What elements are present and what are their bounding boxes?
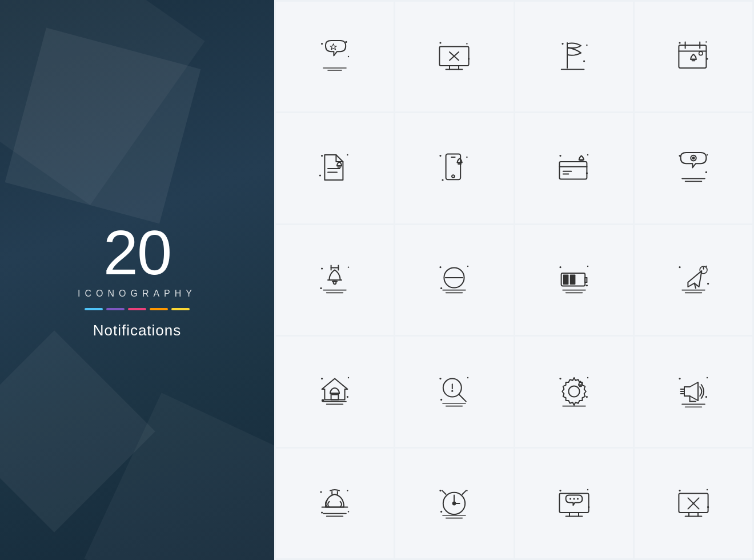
- hanging-bell-icon-cell[interactable]: [276, 225, 394, 335]
- svg-point-16: [583, 61, 585, 62]
- svg-point-125: [705, 396, 707, 398]
- svg-point-92: [707, 283, 709, 285]
- svg-point-134: [347, 490, 348, 491]
- icon-count: 20: [78, 221, 196, 284]
- svg-point-44: [559, 155, 561, 157]
- svg-point-41: [452, 175, 455, 178]
- svg-rect-86: [563, 274, 568, 285]
- page-title: Notifications: [78, 322, 196, 339]
- svg-point-62: [320, 287, 322, 289]
- calendar-bell-icon-cell[interactable]: [635, 2, 752, 111]
- svg-point-119: [568, 386, 579, 397]
- svg-point-55: [705, 171, 707, 173]
- svg-point-68: [334, 281, 336, 284]
- icon-grid: [274, 0, 754, 560]
- gear-bell-icon-cell[interactable]: [515, 337, 633, 446]
- svg-point-158: [569, 498, 571, 499]
- svg-point-15: [586, 45, 587, 46]
- color-bars: [78, 308, 196, 310]
- flag-icon-cell[interactable]: [515, 2, 633, 111]
- svg-point-133: [320, 491, 322, 493]
- left-content: 20 ICONOGRAPHY Notifications: [78, 221, 196, 339]
- svg-point-0: [321, 43, 323, 45]
- svg-line-113: [459, 394, 466, 402]
- svg-point-100: [347, 396, 348, 398]
- svg-rect-39: [446, 154, 461, 179]
- alarm-icon-cell[interactable]: [395, 449, 513, 558]
- svg-point-117: [587, 377, 588, 378]
- svg-point-152: [587, 489, 588, 490]
- svg-point-38: [442, 179, 444, 181]
- svg-point-142: [440, 490, 442, 491]
- svg-point-116: [559, 378, 561, 379]
- color-bar-blue: [85, 308, 103, 310]
- svg-point-78: [559, 266, 561, 268]
- svg-rect-47: [559, 162, 587, 179]
- svg-point-5: [440, 42, 442, 44]
- svg-point-112: [452, 390, 454, 392]
- document-bell-icon-cell[interactable]: [276, 113, 394, 223]
- paper-plane-icon-cell[interactable]: [635, 225, 752, 335]
- service-bell-icon-cell[interactable]: [276, 449, 394, 558]
- svg-point-159: [573, 498, 575, 499]
- chat-location-icon-cell[interactable]: [635, 113, 752, 223]
- monitor-x-icon-cell[interactable]: [395, 2, 513, 111]
- svg-point-28: [699, 51, 702, 55]
- color-bar-pink: [128, 308, 146, 310]
- svg-point-123: [679, 378, 680, 379]
- svg-point-124: [707, 377, 708, 378]
- svg-point-31: [319, 174, 321, 176]
- search-alert-icon-cell[interactable]: [395, 337, 513, 446]
- svg-point-109: [440, 399, 442, 401]
- svg-point-144: [440, 511, 442, 513]
- svg-point-80: [585, 285, 587, 286]
- monitor-close-icon-cell[interactable]: [635, 449, 752, 558]
- svg-point-14: [562, 43, 563, 45]
- svg-point-54: [707, 154, 708, 155]
- svg-point-136: [348, 511, 349, 512]
- svg-point-72: [467, 266, 468, 267]
- svg-point-135: [321, 511, 323, 513]
- star-chat-icon-cell[interactable]: [276, 2, 394, 111]
- svg-point-98: [321, 378, 323, 379]
- svg-rect-22: [679, 45, 706, 68]
- svg-point-2: [348, 56, 349, 57]
- house-bell-icon-cell[interactable]: [276, 337, 394, 446]
- iconography-label: ICONOGRAPHY: [78, 289, 196, 299]
- chat-bubble-monitor-icon-cell[interactable]: [515, 449, 633, 558]
- svg-point-107: [440, 378, 442, 379]
- svg-point-37: [467, 156, 468, 157]
- svg-point-71: [440, 266, 442, 268]
- megaphone-icon-cell[interactable]: [635, 337, 752, 446]
- svg-point-108: [467, 377, 468, 378]
- phone-bell-icon-cell[interactable]: [395, 113, 513, 223]
- svg-point-20: [705, 41, 707, 42]
- svg-point-61: [348, 266, 349, 267]
- svg-point-90: [679, 266, 680, 268]
- color-bar-orange: [150, 308, 168, 310]
- svg-point-6: [467, 43, 468, 45]
- svg-point-162: [707, 489, 708, 490]
- svg-point-160: [576, 498, 578, 499]
- svg-point-79: [587, 266, 588, 267]
- svg-rect-87: [569, 274, 575, 285]
- svg-point-151: [559, 490, 561, 491]
- left-panel: 20 ICONOGRAPHY Notifications: [0, 0, 274, 560]
- svg-point-161: [679, 490, 680, 491]
- card-bell-icon-cell[interactable]: [515, 113, 633, 223]
- svg-point-60: [321, 267, 323, 269]
- svg-point-57: [692, 157, 694, 159]
- svg-point-19: [679, 42, 680, 44]
- color-bar-yellow: [171, 308, 190, 310]
- svg-point-118: [585, 396, 587, 398]
- svg-point-36: [440, 155, 442, 157]
- svg-point-29: [321, 155, 323, 157]
- svg-point-45: [587, 154, 588, 155]
- svg-point-99: [348, 377, 349, 378]
- svg-point-30: [347, 154, 348, 155]
- battery-notification-icon-cell[interactable]: [515, 225, 633, 335]
- svg-point-73: [440, 287, 442, 289]
- color-bar-purple: [106, 308, 125, 310]
- no-entry-icon-cell[interactable]: [395, 225, 513, 335]
- svg-point-148: [453, 502, 456, 505]
